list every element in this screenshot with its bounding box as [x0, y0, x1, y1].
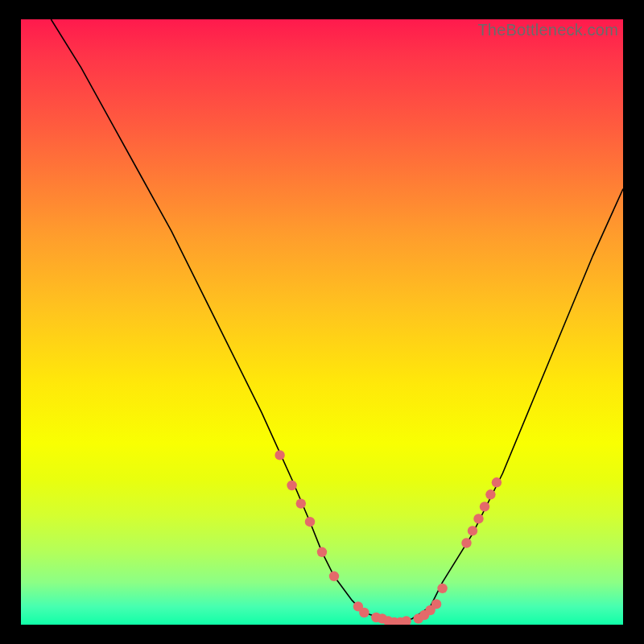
highlight-dot: [468, 526, 477, 535]
highlight-dot: [492, 477, 502, 487]
highlight-dot: [305, 517, 315, 526]
highlight-dot: [473, 514, 483, 523]
bottleneck-curve: [51, 19, 623, 625]
highlight-dot: [485, 489, 495, 499]
highlight-dot: [437, 584, 447, 593]
highlight-dot: [461, 538, 471, 547]
highlight-dot: [431, 599, 441, 609]
highlight-dot: [296, 498, 306, 508]
highlight-dot: [359, 608, 369, 617]
highlight-dot: [287, 481, 296, 490]
highlight-dot: [275, 450, 284, 460]
highlight-dot: [317, 547, 327, 557]
highlight-dots: [275, 450, 502, 625]
highlight-dot: [480, 502, 489, 511]
chart-overlay: [21, 19, 623, 625]
highlight-dot: [402, 616, 411, 625]
chart-canvas: TheBottleneck.com: [21, 19, 623, 625]
highlight-dot: [329, 572, 339, 581]
